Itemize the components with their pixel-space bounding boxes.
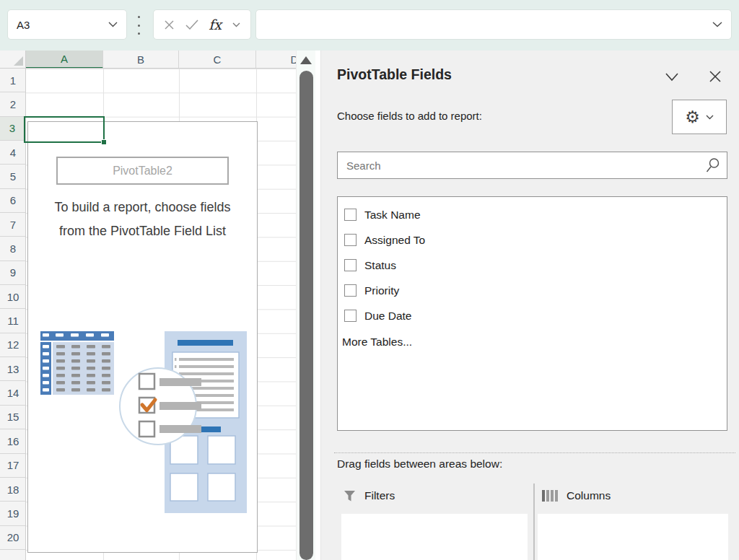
field-checkbox[interactable] <box>344 284 357 297</box>
more-tables-link[interactable]: More Tables... <box>342 336 727 349</box>
chevron-down-icon <box>706 115 714 120</box>
column-header[interactable]: D <box>256 51 296 69</box>
search-box[interactable] <box>337 152 727 179</box>
field-label: Due Date <box>364 310 411 323</box>
field-label: Status <box>364 259 396 272</box>
search-icon[interactable] <box>705 157 720 173</box>
row-header[interactable]: 9 <box>0 261 26 285</box>
field-checkbox[interactable] <box>344 209 357 221</box>
row-header[interactable]: 20 <box>0 526 26 550</box>
gear-icon: ⚙ <box>685 109 700 126</box>
name-box[interactable]: A3 <box>7 9 127 40</box>
columns-area-label: Columns <box>567 489 611 502</box>
expand-formula-bar-icon[interactable] <box>712 22 722 27</box>
pivot-name-box: PivotTable2 <box>56 157 229 185</box>
search-input[interactable] <box>346 159 705 172</box>
row-header[interactable]: 5 <box>0 165 26 188</box>
cancel-icon[interactable] <box>164 19 175 30</box>
field-checkbox[interactable] <box>344 234 357 246</box>
chevron-down-icon[interactable] <box>108 22 118 27</box>
row-headers: 1234567891011121314151617181920 <box>0 69 26 560</box>
field-item[interactable]: Status <box>338 253 727 278</box>
columns-dropzone[interactable] <box>538 514 728 560</box>
column-headers: ABCD <box>26 51 296 69</box>
filters-area-label: Filters <box>364 489 395 502</box>
select-all-corner[interactable] <box>0 51 26 69</box>
row-header[interactable]: 17 <box>0 454 26 478</box>
formula-row: A3 fx <box>0 0 739 51</box>
pivot-illustration <box>28 325 258 519</box>
excel-window: A3 fx ABC <box>0 0 739 560</box>
choose-fields-label: Choose fields to add to report: <box>337 110 482 122</box>
columns-icon <box>542 490 558 502</box>
field-label: Task Name <box>364 209 421 222</box>
name-box-value: A3 <box>17 19 108 31</box>
row-header[interactable]: 19 <box>0 502 26 525</box>
pane-title: PivotTable Fields <box>337 66 452 83</box>
row-header[interactable]: 1 <box>0 69 26 92</box>
enter-icon[interactable] <box>185 19 198 30</box>
row-header[interactable]: 12 <box>0 333 26 357</box>
insert-function-button[interactable]: fx <box>209 17 222 32</box>
field-checkbox[interactable] <box>344 310 357 322</box>
field-checkbox[interactable] <box>344 259 357 271</box>
row-header[interactable]: 6 <box>0 189 26 213</box>
areas-divider <box>533 484 535 560</box>
row-header[interactable]: 14 <box>0 381 26 405</box>
row-header[interactable]: 10 <box>0 285 26 309</box>
field-label: Priority <box>364 284 399 297</box>
chevron-down-icon[interactable] <box>232 22 240 27</box>
scroll-up-icon[interactable] <box>300 56 312 64</box>
column-header[interactable]: B <box>103 51 179 69</box>
row-header[interactable]: 16 <box>0 429 26 453</box>
pane-separator <box>334 452 735 453</box>
tools-button[interactable]: ⚙ <box>672 100 727 134</box>
formula-bar-input[interactable] <box>255 9 732 40</box>
row-header[interactable]: 18 <box>0 478 26 502</box>
scrollbar-thumb[interactable] <box>299 71 313 560</box>
filters-dropzone[interactable] <box>341 514 528 560</box>
column-header[interactable]: C <box>179 51 256 69</box>
active-cell-selection[interactable] <box>24 116 105 143</box>
fill-handle[interactable] <box>101 139 107 145</box>
columns-area-header: Columns <box>542 489 611 502</box>
pane-close-icon[interactable] <box>708 69 722 84</box>
field-list: Task Name Assigned To Status Priority Du… <box>337 196 727 431</box>
formula-bar-drag-handle[interactable] <box>135 16 142 35</box>
drag-fields-label: Drag fields between areas below: <box>337 458 502 471</box>
pivot-instruction-text: To build a report, choose fields from th… <box>51 196 235 243</box>
row-header[interactable]: 2 <box>0 92 26 116</box>
field-item[interactable]: Due Date <box>338 303 727 328</box>
row-header[interactable]: 3 <box>0 117 26 141</box>
pivottable-fields-pane: PivotTable Fields Choose fields to add t… <box>320 51 739 560</box>
formula-buttons: fx <box>153 9 251 40</box>
pane-collapse-icon[interactable] <box>665 71 679 84</box>
column-header[interactable]: A <box>26 51 103 69</box>
field-label: Assigned To <box>364 234 425 247</box>
row-header[interactable]: 13 <box>0 357 26 381</box>
field-item[interactable]: Task Name <box>338 202 727 227</box>
worksheet: ABCD 1234567891011121314151617181920 Piv… <box>0 51 320 560</box>
field-item[interactable]: Priority <box>338 278 727 303</box>
row-header[interactable]: 15 <box>0 406 26 429</box>
row-header[interactable]: 8 <box>0 237 26 261</box>
row-header[interactable]: 4 <box>0 141 26 165</box>
row-header[interactable]: 11 <box>0 309 26 333</box>
pivot-placeholder[interactable]: PivotTable2 To build a report, choose fi… <box>27 121 258 553</box>
field-item[interactable]: Assigned To <box>338 227 727 253</box>
row-header[interactable]: 7 <box>0 213 26 237</box>
vertical-scrollbar[interactable] <box>296 51 315 560</box>
filters-area-header: Filters <box>344 489 395 502</box>
funnel-icon <box>344 491 356 502</box>
